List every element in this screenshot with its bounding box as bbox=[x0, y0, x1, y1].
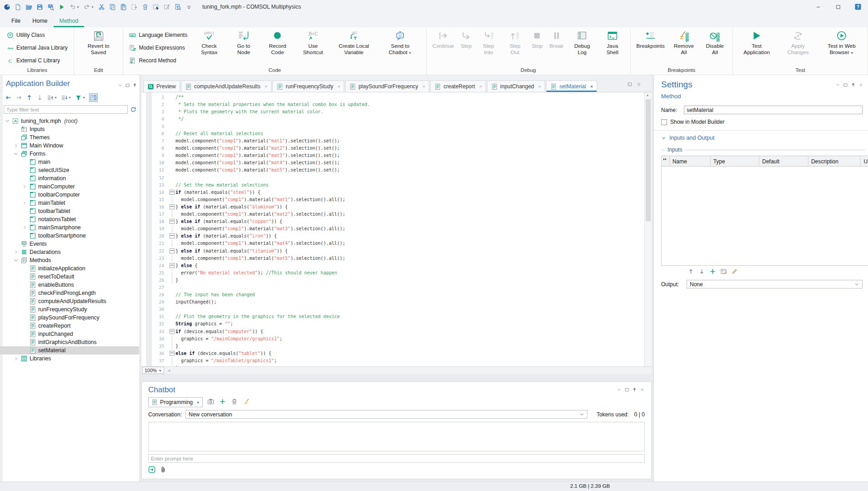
paste-button[interactable] bbox=[120, 4, 127, 10]
redo-button[interactable]: ▼ bbox=[84, 4, 94, 10]
show-name-and-label-button[interactable] bbox=[89, 93, 98, 102]
tree-item-resettodefault[interactable]: resetToDefault bbox=[0, 273, 139, 281]
open-button[interactable] bbox=[25, 4, 32, 10]
tree-item-libraries[interactable]: Libraries bbox=[0, 354, 139, 363]
continue-button[interactable]: Continue bbox=[429, 29, 457, 67]
filter-input[interactable] bbox=[4, 105, 128, 114]
fold-marker[interactable] bbox=[170, 233, 175, 238]
copy-button[interactable] bbox=[109, 4, 116, 10]
panel-close-button[interactable] bbox=[640, 386, 645, 394]
chevron-down-icon[interactable]: ▼ bbox=[54, 96, 57, 99]
editor-tab-playsoundforfrequency[interactable]: playSoundForFrequency× bbox=[345, 81, 429, 92]
tree-item-events[interactable]: Events bbox=[0, 240, 139, 248]
comsol-logo-button[interactable] bbox=[4, 4, 10, 10]
output-select[interactable]: None bbox=[687, 280, 863, 289]
editor-tab-runfrequencystudy[interactable]: runFrequencyStudy× bbox=[272, 81, 344, 92]
tree-item-playsoundforfrequency[interactable]: playSoundForFrequency bbox=[0, 314, 139, 322]
editor-tab-inputchanged[interactable]: inputChanged× bbox=[487, 81, 545, 92]
go-back-button[interactable] bbox=[5, 94, 12, 101]
chevron-down-icon[interactable]: ▼ bbox=[68, 96, 71, 99]
panel-pin-button[interactable] bbox=[132, 81, 137, 90]
scroll-left-arrow[interactable]: ◄ bbox=[167, 369, 171, 373]
save-as-button[interactable] bbox=[47, 4, 54, 10]
tree-item-initgraphicsandbuttons[interactable]: initGraphicsAndButtons bbox=[0, 338, 139, 346]
tree-item-declarations[interactable]: Declarations bbox=[0, 248, 139, 256]
fold-marker[interactable] bbox=[170, 248, 175, 253]
panel-pin-button[interactable] bbox=[632, 386, 637, 394]
undo-button[interactable]: ▼ bbox=[69, 4, 80, 10]
attach-button[interactable] bbox=[160, 466, 167, 475]
column-header-type[interactable]: Type bbox=[711, 156, 760, 166]
fold-marker[interactable] bbox=[170, 190, 175, 195]
tree-item-enablebuttons[interactable]: enableButtons bbox=[0, 281, 139, 289]
customize-toolbar-button[interactable] bbox=[186, 4, 192, 10]
tab-method[interactable]: Method bbox=[54, 15, 85, 27]
close-icon[interactable]: × bbox=[422, 84, 425, 89]
tree-item-maincomputer[interactable]: mainComputer bbox=[0, 182, 139, 191]
model-expressions-button[interactable]: Model Expressions bbox=[127, 44, 189, 52]
send-button[interactable] bbox=[148, 466, 156, 475]
record-method-button[interactable]: Record Method bbox=[127, 56, 189, 65]
name-field[interactable] bbox=[684, 106, 863, 114]
tree-item-checkfindpronglength[interactable]: checkFindProngLength bbox=[0, 289, 139, 297]
new-file-button[interactable] bbox=[15, 4, 21, 10]
scrollbar-thumb[interactable] bbox=[646, 99, 651, 221]
use-shortcut-button[interactable]: B+CUse Shortcut bbox=[296, 29, 331, 67]
tree-item-methods[interactable]: Methods bbox=[0, 256, 139, 264]
tree-item-initializeapplication[interactable]: initializeApplication bbox=[0, 264, 139, 273]
editor-tab-createreport[interactable]: createReport× bbox=[430, 81, 486, 92]
step-into-button[interactable]: Step Into bbox=[475, 29, 502, 67]
tree-item-inputchanged[interactable]: inputChanged bbox=[0, 330, 139, 338]
tree-item-main-window[interactable]: Main Window bbox=[0, 142, 139, 150]
panel-collapse-button[interactable] bbox=[617, 386, 622, 394]
chatbot-prompt-input[interactable] bbox=[149, 456, 644, 461]
editor-tab-preview[interactable]: Preview bbox=[143, 81, 180, 92]
paste-forward-button[interactable] bbox=[131, 4, 138, 10]
inputs-table[interactable]: NameTypeDefaultDescriptionUnit bbox=[661, 156, 868, 266]
tree-item-createreport[interactable]: createReport bbox=[0, 322, 139, 330]
tree-item-toolbartablet[interactable]: toolbarTablet bbox=[0, 207, 139, 215]
panel-collapse-button[interactable] bbox=[835, 82, 840, 89]
panel-float-button[interactable] bbox=[843, 82, 848, 89]
tab-home[interactable]: Home bbox=[26, 15, 53, 27]
chevron-down-icon[interactable]: ▼ bbox=[91, 5, 94, 9]
apply-changes-button[interactable]: Apply Changes bbox=[778, 29, 818, 67]
close-icon[interactable]: × bbox=[265, 84, 267, 89]
add-button[interactable] bbox=[219, 398, 226, 407]
chevron-down-icon[interactable]: ▼ bbox=[76, 5, 80, 9]
tree-item-themes[interactable]: Themes bbox=[0, 133, 139, 142]
step-button[interactable]: Step bbox=[457, 29, 475, 67]
send-to-chatbot-button[interactable]: Send to Chatbot▼ bbox=[377, 29, 423, 67]
debug-log-button[interactable]: Debug Log bbox=[567, 29, 597, 67]
external-c-library-button[interactable]: CExternal C Library bbox=[5, 56, 70, 65]
tree-item-toolbarsmartphone[interactable]: toolbarSmartphone bbox=[0, 232, 139, 240]
panel-close-button[interactable] bbox=[858, 82, 863, 89]
breakpoints-button[interactable]: Breakpoints bbox=[633, 29, 668, 67]
scroll-up-arrow[interactable]: ▲ bbox=[647, 93, 648, 97]
column-header-name[interactable]: Name bbox=[670, 156, 711, 166]
vertical-scrollbar[interactable]: ▲ bbox=[644, 92, 652, 366]
edit-button[interactable] bbox=[731, 268, 738, 276]
tree-item-selectuisize[interactable]: selectUISize bbox=[0, 166, 139, 174]
check-syntax-button[interactable]: [ABC]Check Syntax bbox=[191, 29, 228, 67]
add-button[interactable] bbox=[709, 268, 716, 276]
filter-button[interactable]: ▼ bbox=[75, 94, 85, 101]
tree-item-forms[interactable]: Forms bbox=[0, 150, 139, 158]
go-forward-button[interactable] bbox=[15, 94, 22, 101]
clear-frame-button[interactable] bbox=[164, 4, 171, 10]
move-up-button[interactable] bbox=[26, 94, 33, 101]
panel-float-button[interactable] bbox=[624, 386, 629, 394]
run-button[interactable] bbox=[58, 4, 65, 10]
close-icon[interactable]: × bbox=[479, 84, 482, 89]
disable-all-button[interactable]: Disable All bbox=[700, 29, 730, 67]
conversation-select[interactable]: New conversation bbox=[186, 410, 587, 419]
select-frame-button[interactable] bbox=[153, 4, 160, 10]
row-down-button[interactable] bbox=[698, 268, 705, 276]
fold-marker[interactable] bbox=[170, 329, 175, 334]
help-icon[interactable]: ? bbox=[854, 3, 862, 10]
tree-item-toolbarcomputer[interactable]: toolbarComputer bbox=[0, 191, 139, 199]
cut-button[interactable] bbox=[98, 4, 105, 10]
edit-table-button[interactable] bbox=[720, 268, 727, 276]
editor-tab-computeandupdateresults[interactable]: computeAndUpdateResults× bbox=[181, 81, 272, 92]
minimize-button[interactable] bbox=[808, 0, 828, 14]
